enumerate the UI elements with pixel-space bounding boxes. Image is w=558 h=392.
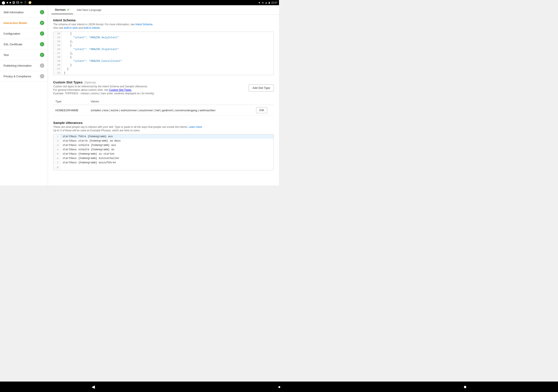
sidebar-label-test: Test — [3, 53, 9, 57]
intent-schema-title: Intent Schema — [53, 18, 274, 22]
content-area: German ✔ Add New Language Intent Schema … — [48, 5, 279, 186]
tab-add-new-language[interactable]: Add New Language — [73, 6, 105, 14]
sidebar-item-skill-information[interactable]: Skill Information ✓ — [0, 7, 48, 18]
utterance-line-8: 8 — [53, 165, 274, 170]
tab-add-new-language-label: Add New Language — [77, 8, 101, 12]
slot-table-header-row: Type Values — [53, 98, 274, 105]
app-icon-nav: 🧭 — [28, 1, 32, 4]
bluetooth-icon: ★ — [258, 1, 261, 4]
content-inner: Intent Schema The schema of user intents… — [48, 15, 279, 174]
sidebar-item-publishing-information[interactable]: Publishing Information ✓ — [0, 60, 48, 71]
app-body: Skill Information ✓ Interaction Model ✓ … — [0, 5, 279, 186]
slot-edit-cell: Edit — [254, 105, 274, 116]
learn-more-link[interactable]: Learn more — [189, 125, 202, 128]
sample-utterances-editor[interactable]: 1 startHaus führe {homeegramm} aus 2 sta… — [53, 134, 274, 170]
col-action-header — [254, 98, 274, 105]
check-icon-interaction-model: ✓ — [40, 21, 44, 25]
sidebar-item-configuration[interactable]: Configuration ✓ — [0, 28, 48, 39]
built-in-slots-link[interactable]: built-in slots — [64, 26, 78, 29]
slot-types-title-group: Custom Slot Types (Optional) Custom slot… — [53, 80, 154, 95]
code-line-22: 22 } — [53, 71, 274, 75]
tab-german[interactable]: German ✔ — [52, 6, 73, 14]
intent-schema-link1[interactable]: Intent Schema. — [136, 23, 153, 26]
sample-utterances-title: Sample Utterances — [53, 121, 274, 125]
sample-utterances-desc1: These are what people say to interact wi… — [53, 125, 274, 128]
code-line-15: 15 { — [53, 43, 274, 47]
custom-slot-types-title: Custom Slot Types — [53, 80, 83, 84]
edit-slot-type-button[interactable]: Edit — [256, 107, 267, 113]
status-bar: ⬤ ■ ■ 🖼 🎞 ✉ 📱 🧭 ★ ⊖ ▲ ▮ 15:07 — [0, 0, 279, 5]
check-icon-ssl-certificate: ✓ — [40, 42, 44, 46]
utterance-line-2: 2 startHaus starte {homeegramm} im Haus — [53, 139, 274, 143]
tabs-bar: German ✔ Add New Language — [48, 5, 279, 15]
code-line-19: 19 "intent": "AMAZON.CancelIntent" — [53, 59, 274, 63]
optional-label: (Optional) — [84, 81, 96, 84]
code-line-17: 17 }, — [53, 51, 274, 55]
code-line-16: 16 "intent": "AMAZON.StopIntent" — [53, 47, 274, 51]
slot-desc1: Custom slot types to be referenced by th… — [53, 85, 154, 88]
utterance-line-5: 5 startHaus {homeegramm} zu starten — [53, 152, 274, 156]
app-icon-square2: ■ — [9, 1, 11, 4]
utterance-line-1: 1 startHaus führe {homeegramm} aus — [53, 134, 274, 139]
app-icon-film: 🎞 — [16, 1, 19, 4]
code-line-14: 14 }, — [53, 40, 274, 43]
check-icon-skill-information: ✓ — [40, 10, 44, 14]
slot-type-values: schlafen | kino | küche | wohnzimmer | e… — [88, 105, 254, 116]
code-line-18: 18 { — [53, 55, 274, 59]
intent-schema-section: Intent Schema The schema of user intents… — [53, 18, 274, 75]
minus-icon: ⊖ — [262, 1, 264, 4]
tab-german-check-icon: ✔ — [67, 8, 70, 12]
slot-type-name: HOMEEGRAMME — [53, 105, 88, 116]
check-icon-privacy-compliance: ✓ — [40, 74, 44, 78]
check-icon-test: ✓ — [40, 53, 44, 57]
intent-schema-desc1: The schema of user intents in JSON forma… — [53, 23, 274, 26]
sidebar-item-privacy-compliance[interactable]: Privacy & Compliance ✓ — [0, 71, 48, 82]
intent-schema-desc2: Also see built-in slots and built-in int… — [53, 26, 274, 29]
code-line-13: 13 "intent": "AMAZON.HelpIntent" — [53, 36, 274, 40]
utterance-line-6: 6 startHaus {homeegramm} einzuschalten — [53, 156, 274, 161]
sidebar-label-publishing-information: Publishing Information — [3, 64, 32, 67]
app-icon-circle: ⬤ — [2, 1, 5, 4]
tab-german-label: German — [55, 8, 66, 11]
sidebar-label-skill-information: Skill Information — [3, 11, 24, 14]
custom-slot-types-section: Custom Slot Types (Optional) Custom slot… — [53, 80, 274, 116]
status-bar-right: ★ ⊖ ▲ ▮ 15:07 — [258, 1, 277, 4]
battery-icon: ▮ — [269, 1, 270, 4]
sample-utterances-desc2: Up to 3 of these will be used as Example… — [53, 129, 274, 132]
table-row: HOMEEGRAMME schlafen | kino | küche | wo… — [53, 105, 274, 116]
col-type-header: Type — [53, 98, 88, 105]
col-values-header: Values — [88, 98, 254, 105]
sidebar-item-test[interactable]: Test ✓ — [0, 50, 48, 60]
app-icon-square1: ■ — [7, 1, 8, 4]
code-line-12: 12 { — [53, 32, 274, 36]
sidebar-label-interaction-model: Interaction Model — [3, 21, 27, 25]
app-icon-img: 🖼 — [12, 1, 15, 4]
sidebar-label-ssl-certificate: SSL Certificate — [3, 43, 22, 46]
sample-utterances-section: Sample Utterances These are what people … — [53, 121, 274, 170]
sidebar-label-privacy-compliance: Privacy & Compliance — [3, 75, 31, 78]
wifi-icon: ▲ — [265, 1, 267, 4]
utterance-line-7: 7 startHaus {homeegramm} auszuführen — [53, 161, 274, 165]
clock: 15:07 — [271, 1, 277, 4]
intent-schema-editor[interactable]: 12 { 13 "intent": "AMAZON.HelpIntent" 14… — [53, 32, 274, 75]
sidebar-label-configuration: Configuration — [3, 32, 20, 35]
app-icon-mail: ✉ — [20, 1, 22, 4]
add-slot-type-button[interactable]: Add Slot Type — [249, 84, 274, 92]
built-in-intents-link[interactable]: built-in intents. — [84, 26, 100, 29]
sidebar-item-interaction-model[interactable]: Interaction Model ✓ — [0, 18, 48, 28]
code-line-20: 20 } — [53, 63, 274, 67]
sidebar-item-ssl-certificate[interactable]: SSL Certificate ✓ — [0, 39, 48, 50]
sidebar: Skill Information ✓ Interaction Model ✓ … — [0, 5, 48, 186]
custom-slot-types-link[interactable]: Custom Slot Types. — [109, 88, 132, 92]
slot-desc3: Example: TOPPINGS - cheese | onions | ha… — [53, 92, 154, 95]
slot-desc2: For general information about custom slo… — [53, 88, 154, 92]
slot-title-row: Custom Slot Types (Optional) — [53, 80, 154, 85]
utterance-line-3: 3 startHaus schalte {homeegramm} aus — [53, 143, 274, 147]
utterance-line-4: 4 startHaus schalte {homeegramm} an — [53, 147, 274, 152]
slot-types-table: Type Values HOMEEGRAMME schlafen | kino … — [53, 98, 274, 116]
app-icon-phone: 📱 — [24, 1, 27, 4]
code-line-21: 21 ] — [53, 67, 274, 71]
check-icon-configuration: ✓ — [40, 31, 44, 36]
check-icon-publishing-information: ✓ — [40, 63, 44, 68]
status-bar-left: ⬤ ■ ■ 🖼 🎞 ✉ 📱 🧭 — [2, 1, 32, 4]
